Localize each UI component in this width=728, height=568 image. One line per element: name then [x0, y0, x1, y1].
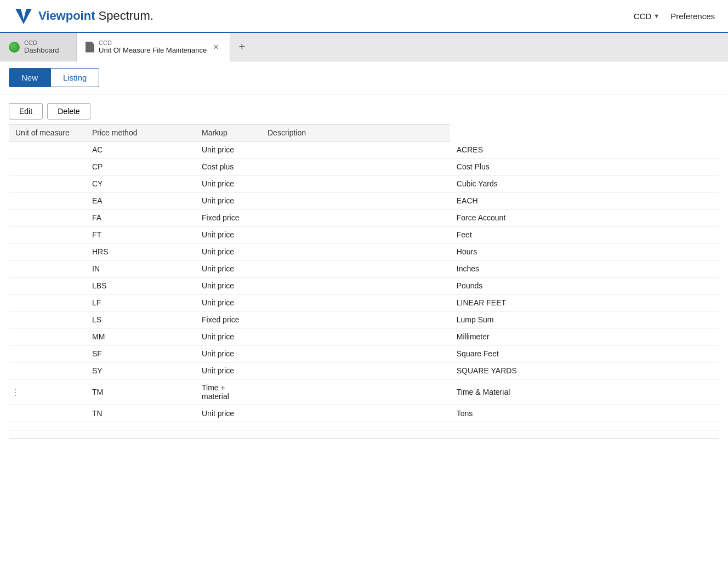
cell-markup: [261, 362, 450, 379]
cell-markup: [261, 379, 450, 405]
cell-description: Cubic Yards: [450, 175, 719, 192]
table-row[interactable]: CPCost plusCost Plus: [9, 158, 719, 175]
cell-description: LINEAR FEET: [450, 294, 719, 311]
cell-price-method: Unit price: [195, 141, 261, 158]
document-icon: [86, 42, 94, 53]
table-header-row: Unit of measure Price method Markup Desc…: [9, 124, 719, 141]
tab-uom[interactable]: CCD Unit Of Measure File Maintenance ×: [77, 33, 230, 61]
row-indicator: [9, 405, 86, 422]
cell-markup: [261, 243, 450, 260]
svg-marker-0: [15, 9, 32, 24]
row-indicator: [9, 328, 86, 345]
new-button[interactable]: New: [9, 68, 50, 87]
table-row[interactable]: ACUnit priceACRES: [9, 141, 719, 158]
cell-markup: [261, 345, 450, 362]
col-header-description: Description: [261, 124, 450, 141]
cell-uom: HRS: [86, 243, 195, 260]
table-row[interactable]: LBSUnit pricePounds: [9, 277, 719, 294]
table-row[interactable]: LSFixed priceLump Sum: [9, 311, 719, 328]
cell-description: Millimeter: [450, 328, 719, 345]
row-indicator: [9, 430, 86, 439]
cell-price-method: Unit price: [195, 243, 261, 260]
table-row[interactable]: LFUnit priceLINEAR FEET: [9, 294, 719, 311]
cell-uom: CY: [86, 175, 195, 192]
row-indicator: ⋮: [9, 379, 86, 405]
header-right: CCD ▼ Preferences: [634, 12, 715, 21]
table-row[interactable]: EAUnit priceEACH: [9, 192, 719, 209]
cell-description: Inches: [450, 260, 719, 277]
table-row[interactable]: INUnit priceInches: [9, 260, 719, 277]
edit-button[interactable]: Edit: [9, 103, 43, 120]
table-row[interactable]: TNUnit priceTons: [9, 405, 719, 422]
table-row[interactable]: [9, 422, 719, 430]
listing-button[interactable]: Listing: [50, 68, 99, 87]
table-row[interactable]: SFUnit priceSquare Feet: [9, 345, 719, 362]
cell-markup: [261, 328, 450, 345]
cell-description: Lump Sum: [450, 311, 719, 328]
cell-uom: TN: [86, 405, 195, 422]
row-indicator: [9, 158, 86, 175]
table-row[interactable]: FAFixed priceForce Account: [9, 209, 719, 226]
dashboard-icon: [9, 42, 20, 53]
table-row[interactable]: ⋮TMTime + materialTime & Material: [9, 379, 719, 405]
cell-price-method: Unit price: [195, 226, 261, 243]
col-header-price-method: Price method: [86, 124, 195, 141]
table-row[interactable]: CYUnit priceCubic Yards: [9, 175, 719, 192]
cell-uom: FA: [86, 209, 195, 226]
main-content: Edit Delete Unit of measure Price method…: [0, 94, 728, 447]
view-toolbar: New Listing: [0, 61, 728, 94]
table-row[interactable]: MMUnit priceMillimeter: [9, 328, 719, 345]
cell-uom: SF: [86, 345, 195, 362]
cell-price-method: Unit price: [195, 277, 261, 294]
cell-price-method: [195, 430, 261, 439]
row-indicator: [9, 192, 86, 209]
tab-add-button[interactable]: +: [230, 33, 254, 61]
cell-markup: [261, 209, 450, 226]
cell-markup: [261, 192, 450, 209]
cell-price-method: Cost plus: [195, 158, 261, 175]
row-indicator: [9, 141, 86, 158]
row-indicator: [9, 311, 86, 328]
cell-price-method: Unit price: [195, 362, 261, 379]
cell-uom: IN: [86, 260, 195, 277]
tab-uom-label: CCD Unit Of Measure File Maintenance: [99, 39, 207, 54]
cell-description: Hours: [450, 243, 719, 260]
cell-uom: CP: [86, 158, 195, 175]
cell-uom: TM: [86, 379, 195, 405]
ccd-label: CCD: [634, 12, 652, 21]
table-row[interactable]: [9, 430, 719, 439]
cell-description: EACH: [450, 192, 719, 209]
table-row[interactable]: SYUnit priceSQUARE YARDS: [9, 362, 719, 379]
cell-price-method: Fixed price: [195, 209, 261, 226]
viewpoint-logo-icon: [13, 5, 34, 26]
tab-close-icon[interactable]: ×: [211, 42, 220, 52]
cell-markup: [261, 226, 450, 243]
cell-markup: [261, 422, 450, 430]
cell-price-method: Time + material: [195, 379, 261, 405]
cell-uom: LS: [86, 311, 195, 328]
chevron-down-icon: ▼: [653, 13, 659, 19]
row-indicator: [9, 294, 86, 311]
cell-price-method: [195, 422, 261, 430]
cell-uom: SY: [86, 362, 195, 379]
cell-uom: LBS: [86, 277, 195, 294]
tab-dashboard-label: CCD Dashboard: [24, 39, 59, 54]
cell-price-method: Unit price: [195, 192, 261, 209]
row-indicator: [9, 209, 86, 226]
cell-price-method: Unit price: [195, 328, 261, 345]
ccd-selector[interactable]: CCD ▼: [634, 12, 659, 21]
delete-button[interactable]: Delete: [47, 103, 90, 120]
cell-markup: [261, 405, 450, 422]
col-header-markup: Markup: [195, 124, 261, 141]
preferences-link[interactable]: Preferences: [670, 12, 715, 21]
cell-markup: [261, 158, 450, 175]
cell-markup: [261, 141, 450, 158]
tab-ccd-dashboard[interactable]: CCD Dashboard: [0, 33, 77, 61]
cell-markup: [261, 175, 450, 192]
col-header-uom: Unit of measure: [9, 124, 86, 141]
cell-price-method: Unit price: [195, 405, 261, 422]
row-indicator: [9, 260, 86, 277]
table-row[interactable]: HRSUnit priceHours: [9, 243, 719, 260]
table-row[interactable]: FTUnit priceFeet: [9, 226, 719, 243]
cell-uom: AC: [86, 141, 195, 158]
